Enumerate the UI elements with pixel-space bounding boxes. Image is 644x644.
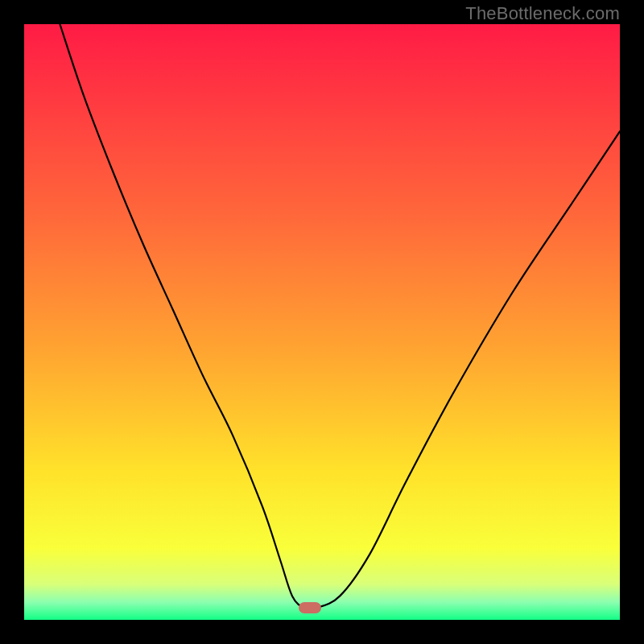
attribution-label: TheBottleneck.com [465, 3, 620, 24]
bottleneck-curve [24, 24, 620, 620]
plot-area [24, 24, 620, 620]
optimum-marker [299, 602, 321, 613]
chart-frame: TheBottleneck.com [0, 0, 644, 644]
